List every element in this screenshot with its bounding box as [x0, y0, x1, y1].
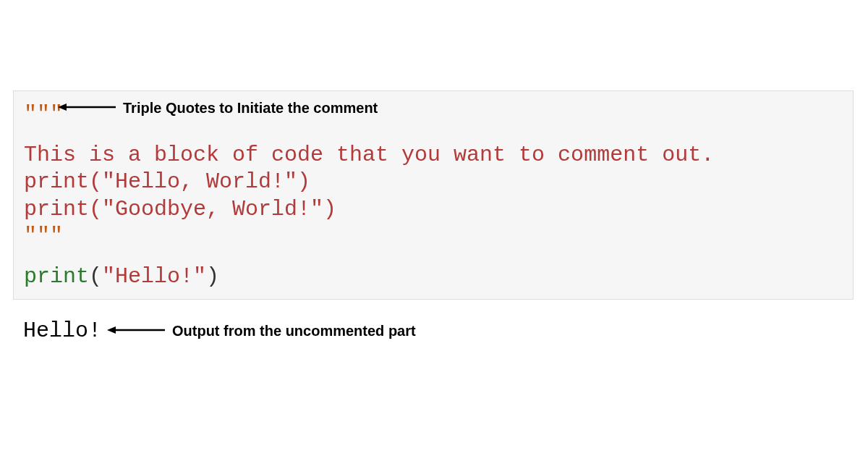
svg-marker-1 — [58, 104, 67, 111]
arrow-left-icon — [58, 101, 116, 113]
print1-open: ( — [89, 169, 102, 194]
code-line-comment: This is a block of code that you want to… — [24, 142, 843, 169]
print2-func: print — [24, 197, 89, 221]
code-line-print2: print("Goodbye, World!") — [24, 196, 843, 224]
print3-close: ) — [206, 264, 219, 289]
annotation-bottom: Output from the uncommented part — [172, 323, 416, 339]
comment-text: This is a block of code that you want to… — [24, 143, 714, 167]
blank-line — [24, 129, 843, 142]
triple-quote-open: """ — [24, 102, 63, 127]
print1-close: ) — [297, 169, 310, 194]
code-block: """ This is a block of code that you wan… — [13, 90, 854, 300]
print1-func: print — [24, 169, 89, 194]
print3-arg: "Hello!" — [102, 264, 206, 289]
print2-arg: "Goodbye, World!" — [102, 197, 323, 221]
blank-line — [24, 250, 843, 263]
print2-close: ) — [323, 197, 336, 221]
print3-open: ( — [89, 264, 102, 289]
svg-marker-3 — [107, 326, 116, 334]
code-line-triple-close: """ — [24, 223, 843, 250]
print3-func: print — [24, 264, 89, 289]
print2-open: ( — [89, 197, 102, 221]
code-line-print3: print("Hello!") — [24, 263, 843, 291]
code-line-print1: print("Hello, World!") — [24, 169, 843, 196]
arrow-left-icon — [107, 324, 165, 336]
print1-arg: "Hello, World!" — [102, 169, 297, 194]
output-text: Hello! — [23, 318, 101, 343]
annotation-top: Triple Quotes to Initiate the comment — [123, 100, 378, 117]
triple-quote-close: """ — [24, 224, 63, 248]
